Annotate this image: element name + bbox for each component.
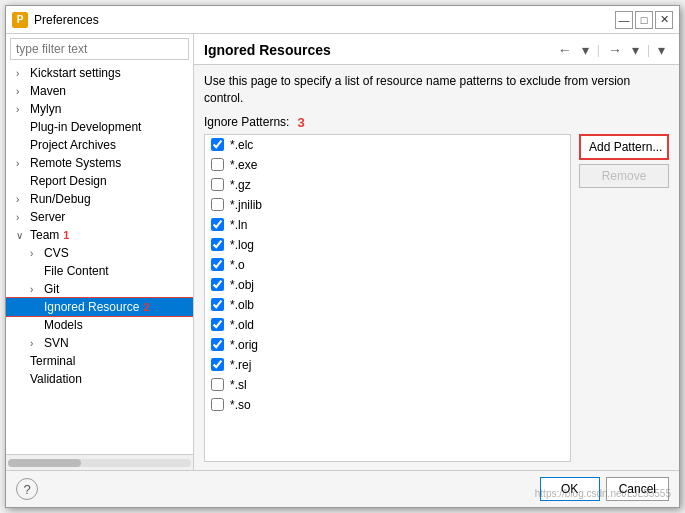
sidebar-item-cvs[interactable]: ›CVS (6, 244, 193, 262)
icon-label: P (17, 14, 24, 25)
pattern-item-ln: *.ln (205, 215, 570, 235)
description: Use this page to specify a list of resou… (204, 73, 669, 107)
pattern-checkbox-o[interactable] (211, 258, 224, 271)
buttons-panel: Add Pattern... Remove (579, 134, 669, 462)
add-pattern-button[interactable]: Add Pattern... (579, 134, 669, 160)
minimize-button[interactable]: — (615, 11, 633, 29)
pattern-label-elc: *.elc (230, 138, 253, 152)
filter-input[interactable] (10, 38, 189, 60)
ok-button[interactable]: OK (540, 477, 600, 501)
pattern-checkbox-orig[interactable] (211, 338, 224, 351)
tree-area: ›Kickstart settings›Maven›MylynPlug-in D… (6, 64, 193, 454)
sidebar-item-kickstart[interactable]: ›Kickstart settings (6, 64, 193, 82)
arrow-icon: › (30, 338, 42, 349)
maximize-button[interactable]: □ (635, 11, 653, 29)
main-header: Ignored Resources ← ▾ | → ▾ | ▾ (194, 34, 679, 65)
pattern-item-orig: *.orig (205, 335, 570, 355)
menu-button[interactable]: ▾ (654, 40, 669, 60)
pattern-checkbox-old[interactable] (211, 318, 224, 331)
pattern-item-rej: *.rej (205, 355, 570, 375)
sidebar-item-terminal[interactable]: Terminal (6, 352, 193, 370)
pattern-item-jnilib: *.jnilib (205, 195, 570, 215)
sidebar-item-git[interactable]: ›Git (6, 280, 193, 298)
sidebar-item-validation[interactable]: Validation (6, 370, 193, 388)
sidebar-item-maven[interactable]: ›Maven (6, 82, 193, 100)
sidebar-item-file-content[interactable]: File Content (6, 262, 193, 280)
sidebar-item-label: File Content (44, 264, 109, 278)
action-buttons: OK Cancel (540, 477, 669, 501)
arrow-icon: › (16, 158, 28, 169)
patterns-area: *.elc*.exe*.gz*.jnilib*.ln*.log*.o*.obj*… (204, 134, 669, 462)
sidebar-item-label: Run/Debug (30, 192, 91, 206)
sidebar-item-label: Project Archives (30, 138, 116, 152)
sidebar-item-label: CVS (44, 246, 69, 260)
pattern-checkbox-ln[interactable] (211, 218, 224, 231)
sidebar-item-label: Maven (30, 84, 66, 98)
pattern-item-old: *.old (205, 315, 570, 335)
pattern-checkbox-exe[interactable] (211, 158, 224, 171)
pattern-label-so: *.so (230, 398, 251, 412)
pattern-checkbox-elc[interactable] (211, 138, 224, 151)
pattern-checkbox-obj[interactable] (211, 278, 224, 291)
pattern-label-jnilib: *.jnilib (230, 198, 262, 212)
sidebar-item-project-archives[interactable]: Project Archives (6, 136, 193, 154)
main-panel: Ignored Resources ← ▾ | → ▾ | ▾ Use this… (194, 34, 679, 470)
pattern-checkbox-jnilib[interactable] (211, 198, 224, 211)
sidebar-item-ignored-resources[interactable]: Ignored Resource2 (6, 298, 193, 316)
remove-button[interactable]: Remove (579, 164, 669, 188)
sidebar-item-server[interactable]: ›Server (6, 208, 193, 226)
sidebar-item-report-design[interactable]: Report Design (6, 172, 193, 190)
pattern-label-obj: *.obj (230, 278, 254, 292)
pattern-checkbox-olb[interactable] (211, 298, 224, 311)
sidebar-item-mylyn[interactable]: ›Mylyn (6, 100, 193, 118)
pattern-checkbox-so[interactable] (211, 398, 224, 411)
sidebar-scrollbar-h (6, 454, 193, 470)
nav-separator2: | (647, 43, 650, 57)
pattern-item-gz: *.gz (205, 175, 570, 195)
pattern-label-old: *.old (230, 318, 254, 332)
h-thumb (8, 459, 81, 467)
sidebar-item-label: Terminal (30, 354, 75, 368)
pattern-label-log: *.log (230, 238, 254, 252)
sidebar-item-svn[interactable]: ›SVN (6, 334, 193, 352)
sidebar-item-label: Ignored Resource (44, 300, 139, 314)
pattern-checkbox-gz[interactable] (211, 178, 224, 191)
close-button[interactable]: ✕ (655, 11, 673, 29)
forward-button[interactable]: → (604, 40, 626, 60)
main-body: Use this page to specify a list of resou… (194, 65, 679, 470)
dialog-title: Preferences (34, 13, 609, 27)
pattern-item-sl: *.sl (205, 375, 570, 395)
back-button[interactable]: ← (554, 40, 576, 60)
bottom-bar: ? OK Cancel https://blog.csdn.net/LJL555… (6, 470, 679, 507)
arrow-icon: › (16, 212, 28, 223)
pattern-item-exe: *.exe (205, 155, 570, 175)
sidebar-item-models[interactable]: Models (6, 316, 193, 334)
sidebar-item-run-debug[interactable]: ›Run/Debug (6, 190, 193, 208)
sidebar-item-team[interactable]: ∨Team1 (6, 226, 193, 244)
nav-dropdown-button[interactable]: ▾ (578, 40, 593, 60)
sidebar-item-label: Kickstart settings (30, 66, 121, 80)
pattern-item-olb: *.olb (205, 295, 570, 315)
pattern-checkbox-sl[interactable] (211, 378, 224, 391)
content-area: ›Kickstart settings›Maven›MylynPlug-in D… (6, 34, 679, 470)
h-track (8, 459, 191, 467)
sidebar-item-label: Report Design (30, 174, 107, 188)
sidebar-item-plugin-dev[interactable]: Plug-in Development (6, 118, 193, 136)
forward-dropdown-button[interactable]: ▾ (628, 40, 643, 60)
panel-title: Ignored Resources (204, 42, 331, 58)
cancel-button[interactable]: Cancel (606, 477, 669, 501)
pattern-checkbox-log[interactable] (211, 238, 224, 251)
help-button[interactable]: ? (16, 478, 38, 500)
sidebar-item-label: Mylyn (30, 102, 61, 116)
arrow-icon: › (16, 68, 28, 79)
arrow-icon: › (16, 86, 28, 97)
sidebar-item-label: SVN (44, 336, 69, 350)
sidebar-item-label: Git (44, 282, 59, 296)
arrow-icon: › (16, 104, 28, 115)
sidebar-item-label: Plug-in Development (30, 120, 141, 134)
patterns-list: *.elc*.exe*.gz*.jnilib*.ln*.log*.o*.obj*… (205, 135, 570, 415)
pattern-checkbox-rej[interactable] (211, 358, 224, 371)
arrow-icon: › (30, 248, 42, 259)
sidebar-item-remote-systems[interactable]: ›Remote Systems (6, 154, 193, 172)
patterns-list-container: *.elc*.exe*.gz*.jnilib*.ln*.log*.o*.obj*… (204, 134, 571, 462)
